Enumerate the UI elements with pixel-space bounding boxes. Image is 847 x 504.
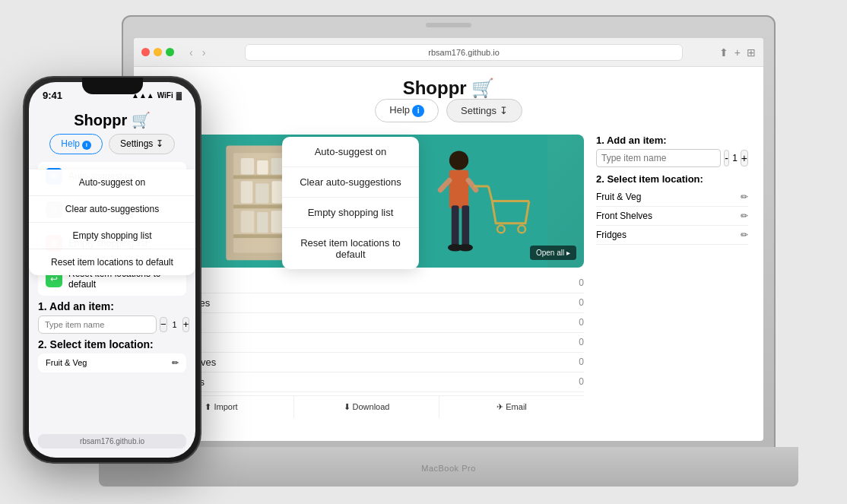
iphone-overlay-reset[interactable]: Reset item locations to default — [29, 249, 195, 275]
item-name-input[interactable] — [596, 149, 721, 167]
iphone-content: Shoppr 🛒 Helpi Settings ↧ 👁 Auto-suggest… — [29, 105, 195, 458]
svg-rect-14 — [272, 181, 284, 203]
macbook-camera — [426, 23, 471, 27]
svg-rect-7 — [257, 160, 268, 174]
minimize-button[interactable] — [154, 48, 162, 56]
download-button[interactable]: ⬇ Download — [294, 396, 439, 418]
iphone-nav: Helpi Settings ↧ — [38, 134, 186, 154]
svg-point-35 — [449, 151, 468, 170]
iphone-settings-button[interactable]: Settings ↧ — [109, 134, 175, 154]
right-column: 1. Add an item: - 1 + 2. Select item loc… — [596, 135, 748, 434]
website: Shoppr 🛒 Helpi Settings ↧ Auto-suggest o… — [134, 67, 763, 441]
iphone-frame: 9:41 ▲▲▲ WiFi ▓ Shoppr 🛒 Helpi Settings … — [23, 76, 201, 464]
category-count: 0 — [579, 376, 584, 387]
help-button[interactable]: Helpi — [375, 99, 439, 122]
main-content: Open all ▸ Fruit & Veg 0 Front Shelves 0 — [134, 135, 763, 442]
wifi-icon: WiFi — [157, 91, 173, 100]
dropdown-item-clear[interactable]: Clear auto-suggestions — [282, 167, 419, 198]
email-button[interactable]: ✈ Email — [439, 396, 584, 418]
iphone-location-title: 2. Select item location: — [38, 338, 186, 350]
location-title: 2. Select item location: — [596, 173, 748, 185]
site-title: Shoppr 🛒 — [134, 78, 763, 99]
iphone-help-button[interactable]: Helpi — [49, 134, 103, 154]
category-count: 0 — [579, 337, 584, 347]
edit-icon[interactable]: ✏ — [741, 230, 748, 240]
close-button[interactable] — [141, 48, 150, 56]
svg-point-42 — [458, 243, 473, 251]
location-row-fruit[interactable]: Fruit & Veg ✏ — [596, 188, 748, 207]
iphone-help-info-icon: i — [82, 141, 91, 150]
iphone-app-title: Shoppr 🛒 — [38, 108, 186, 134]
iphone-url: rbsam176.github.io — [80, 437, 144, 445]
svg-rect-12 — [241, 181, 253, 203]
settings-button[interactable]: Settings ↧ — [446, 99, 522, 122]
iphone-item-input[interactable] — [38, 315, 157, 334]
add-item-section: 1. Add an item: - 1 + — [596, 135, 748, 167]
dropdown-item-empty[interactable]: Empty shopping list — [282, 198, 419, 228]
iphone-qty-plus[interactable]: + — [182, 317, 190, 332]
svg-rect-6 — [241, 158, 255, 174]
qty-plus-button[interactable]: + — [741, 150, 748, 166]
edit-icon[interactable]: ✏ — [741, 211, 748, 221]
iphone-notch — [82, 78, 143, 94]
iphone-overlay-clear[interactable]: Clear auto-suggestions — [29, 196, 195, 223]
macbook: ‹ › rbsam176.github.io ⬆ + ⊞ Shoppr 🛒 — [122, 15, 776, 487]
traffic-lights — [141, 48, 174, 56]
iphone-time: 9:41 — [43, 90, 62, 101]
iphone-url-bar: rbsam176.github.io — [38, 434, 186, 449]
location-row-front[interactable]: Front Shelves ✏ — [596, 207, 748, 226]
category-row-end[interactable]: End Shelves 0 — [149, 372, 584, 392]
macbook-screen: ‹ › rbsam176.github.io ⬆ + ⊞ Shoppr 🛒 — [134, 38, 763, 441]
battery-icon: ▓ — [176, 91, 182, 100]
category-row-middle[interactable]: Middle Shelves 0 — [149, 353, 584, 372]
browser-controls: ‹ › — [186, 45, 208, 60]
location-name: Fridges — [596, 230, 627, 240]
dropdown-item-autosuggest[interactable]: Auto-suggest on — [282, 137, 419, 167]
action-row: ⬆ Import ⬇ Download ✈ Email — [149, 395, 584, 418]
svg-rect-18 — [241, 211, 255, 233]
qty-value: 1 — [732, 153, 738, 163]
iphone: 9:41 ▲▲▲ WiFi ▓ Shoppr 🛒 Helpi Settings … — [23, 76, 201, 464]
iphone-add-title: 1. Add an item: — [38, 300, 186, 312]
maximize-button[interactable] — [166, 48, 174, 56]
qty-minus-button[interactable]: - — [724, 150, 729, 166]
address-bar[interactable]: rbsam176.github.io — [245, 44, 682, 61]
new-tab-icon[interactable]: + — [734, 46, 741, 59]
browser-actions: ⬆ + ⊞ — [719, 46, 756, 59]
macbook-base: MacBook Pro — [99, 447, 798, 487]
share-icon[interactable]: ⬆ — [719, 46, 728, 59]
settings-dropdown: Auto-suggest on Clear auto-suggestions E… — [282, 137, 419, 269]
svg-rect-40 — [462, 205, 469, 246]
category-count: 0 — [579, 297, 584, 308]
iphone-qty-value: 1 — [170, 320, 179, 329]
browser-bar: ‹ › rbsam176.github.io ⬆ + ⊞ — [134, 38, 763, 67]
location-name: Front Shelves — [596, 211, 652, 221]
iphone-status-icons: ▲▲▲ WiFi ▓ — [132, 91, 182, 100]
category-row-front[interactable]: Front Shelves 0 — [149, 293, 584, 313]
category-row-freezers[interactable]: Freezers 0 — [149, 333, 584, 353]
category-count: 0 — [579, 277, 584, 288]
location-row-fridges[interactable]: Fridges ✏ — [596, 226, 748, 245]
site-header: Shoppr 🛒 Helpi Settings ↧ — [134, 67, 763, 135]
category-count: 0 — [579, 357, 584, 367]
back-button[interactable]: ‹ — [186, 45, 196, 60]
iphone-qty-minus[interactable]: − — [160, 317, 167, 332]
grid-icon[interactable]: ⊞ — [747, 46, 756, 59]
iphone-overlay-autosuggest[interactable]: Auto-suggest on — [29, 170, 195, 196]
category-row-fruit[interactable]: Fruit & Veg 0 — [149, 274, 584, 293]
iphone-edit-icon[interactable]: ✏ — [172, 358, 179, 368]
category-row-fridges[interactable]: Fridges 0 — [149, 313, 584, 333]
iphone-location-fruit[interactable]: Fruit & Veg ✏ — [38, 353, 186, 372]
location-name: Fruit & Veg — [596, 192, 641, 202]
svg-rect-13 — [255, 183, 269, 203]
url-text: rbsam176.github.io — [428, 48, 500, 57]
forward-button[interactable]: › — [199, 45, 209, 60]
svg-rect-19 — [257, 212, 268, 233]
iphone-overlay-empty[interactable]: Empty shopping list — [29, 223, 195, 249]
category-count: 0 — [579, 317, 584, 328]
dropdown-item-reset[interactable]: Reset item locations to default — [282, 228, 419, 269]
qty-row: - 1 + — [596, 149, 748, 167]
svg-rect-39 — [452, 205, 459, 246]
edit-icon[interactable]: ✏ — [741, 192, 748, 202]
open-all-button[interactable]: Open all ▸ — [530, 246, 576, 260]
